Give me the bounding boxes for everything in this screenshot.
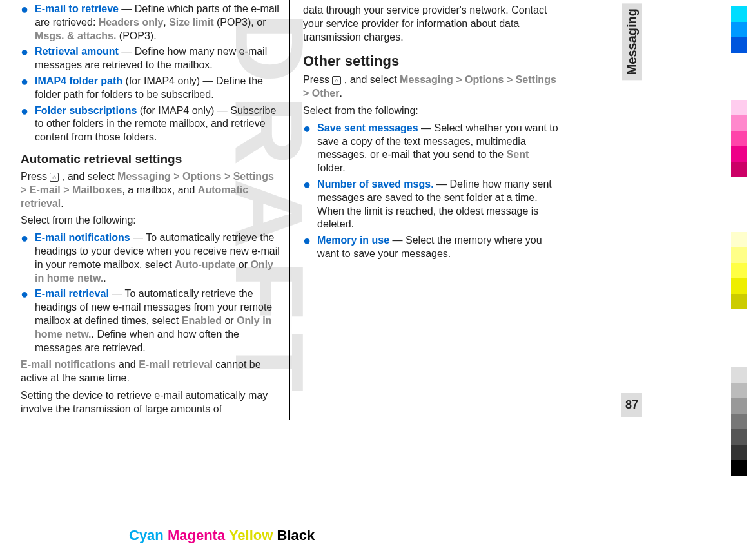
text: .	[61, 198, 63, 209]
bullet-item: ● Retrieval amount — Define how many new…	[21, 45, 282, 72]
chevron-right-icon: >	[21, 184, 26, 195]
chevron-right-icon: >	[173, 171, 179, 182]
bullet-dot-icon: ●	[303, 234, 311, 261]
bullet-dot-icon: ●	[21, 3, 28, 43]
chevron-right-icon: >	[63, 184, 69, 195]
keyword: Number of saved msgs.	[317, 179, 434, 189]
bullet-text: IMAP4 folder path (for IMAP4 only) — Def…	[35, 75, 282, 102]
separator: or	[222, 315, 237, 326]
chevron-right-icon: >	[224, 171, 230, 182]
body-text: E-mail notifications and E-mail retrieva…	[21, 358, 282, 385]
text: , and select	[59, 171, 117, 182]
option: Headers only	[99, 17, 163, 28]
keyword: E-mail to retrieve	[35, 3, 119, 14]
keyword: Save sent messages	[317, 122, 418, 133]
bullet-item: ● Memory in use — Select the memory wher…	[303, 234, 560, 261]
text: and	[116, 359, 139, 370]
color-swatch	[731, 445, 747, 460]
text: .	[103, 273, 106, 284]
footer-cmyk-labels: Cyan Magenta Yellow Black	[129, 527, 315, 544]
color-swatch	[731, 460, 747, 476]
text: , and select	[341, 74, 400, 85]
bullet-item: ● Folder subscriptions (for IMAP4 only) …	[21, 104, 282, 144]
bullet-dot-icon: ●	[21, 75, 28, 102]
option: Auto-update	[175, 259, 235, 270]
keyword: E-mail notifications	[35, 232, 130, 243]
nav-item: Messaging	[117, 171, 171, 182]
bullet-text: Retrieval amount — Define how many new e…	[35, 45, 282, 72]
text: Press	[21, 171, 50, 182]
body-text: data through your service provider's net…	[303, 4, 560, 44]
footer-yellow-label: Yellow	[229, 527, 273, 543]
nav-item: Other	[312, 88, 340, 99]
chevron-right-icon: >	[456, 74, 462, 85]
chevron-right-icon: >	[507, 74, 513, 85]
section-heading: Automatic retrieval settings	[21, 152, 282, 166]
bullet-text: E-mail to retrieve — Define which parts …	[35, 3, 282, 43]
footer-black-label: Black	[277, 527, 315, 543]
text: Press	[303, 74, 332, 85]
bullet-dot-icon: ●	[21, 287, 28, 354]
home-key-icon: ⌂	[332, 76, 341, 85]
nav-item: Settings	[233, 171, 274, 182]
option: Enabled	[182, 315, 222, 326]
bullet-item: ● E-mail notifications — To automaticall…	[21, 231, 282, 285]
nav-path: Press ⌂ , and select Messaging > Options…	[303, 73, 560, 101]
keyword: Retrieval amount	[35, 46, 119, 57]
separator: ,	[163, 17, 169, 28]
keyword: E-mail notifications	[21, 359, 116, 370]
right-column: data through your service provider's net…	[290, 0, 567, 420]
chevron-right-icon: >	[303, 88, 309, 99]
body-text: Select from the following:	[21, 214, 282, 227]
bullet-text: E-mail notifications — To automatically …	[35, 231, 282, 285]
bullet-item: ● Save sent messages — Select whether yo…	[303, 122, 560, 175]
color-swatch	[731, 429, 747, 445]
nav-item: Messaging	[400, 74, 453, 85]
bullet-text: Save sent messages — Select whether you …	[317, 122, 560, 175]
bullet-item: ● IMAP4 folder path (for IMAP4 only) — D…	[21, 75, 282, 102]
keyword: Folder subscriptions	[35, 105, 137, 116]
text: (POP3).	[116, 30, 156, 41]
bullet-dot-icon: ●	[21, 104, 28, 144]
home-key-icon: ⌂	[50, 173, 59, 182]
nav-item: Settings	[516, 74, 556, 85]
body-text: Setting the device to retrieve e-mail au…	[21, 389, 282, 416]
bullet-item: ● E-mail to retrieve — Define which part…	[21, 3, 282, 43]
bullet-text: Memory in use — Select the memory where …	[317, 234, 560, 261]
option: Sent	[507, 149, 529, 160]
footer-cyan-label: Cyan	[129, 527, 164, 543]
body-text: Select from the following:	[303, 104, 560, 118]
keyword: E-mail retrieval	[35, 288, 109, 299]
nav-item: Options	[182, 171, 221, 182]
option: Size limit	[169, 17, 213, 28]
nav-item: Mailboxes	[72, 184, 122, 195]
bullet-text: E-mail retrieval — To automatically retr…	[35, 287, 282, 354]
section-heading: Other settings	[303, 53, 560, 70]
nav-path: Press ⌂ , and select Messaging > Options…	[21, 170, 282, 210]
nav-item: Options	[465, 74, 504, 85]
keyword: E-mail retrieval	[139, 359, 213, 370]
bullet-text: Folder subscriptions (for IMAP4 only) — …	[35, 104, 282, 144]
separator: or	[235, 259, 250, 270]
page-container: ● E-mail to retrieve — Define which part…	[0, 0, 645, 420]
bullet-item: ● Number of saved msgs. — Define how man…	[303, 178, 560, 231]
bullet-dot-icon: ●	[303, 178, 311, 231]
bullet-dot-icon: ●	[303, 122, 311, 175]
nav-item: E-mail	[30, 184, 61, 195]
option: Msgs. & attachs.	[35, 30, 116, 41]
text: folder.	[317, 162, 346, 173]
bullet-dot-icon: ●	[21, 231, 28, 285]
text: , a mailbox, and	[122, 184, 197, 195]
bullet-item: ● E-mail retrieval — To automatically re…	[21, 287, 282, 354]
bullet-dot-icon: ●	[21, 45, 28, 72]
text: .	[339, 88, 342, 99]
bullet-text: Number of saved msgs. — Define how many …	[317, 178, 560, 231]
footer-magenta-label: Magenta	[168, 527, 225, 543]
keyword: Memory in use	[317, 235, 389, 246]
left-column: ● E-mail to retrieve — Define which part…	[13, 0, 290, 420]
keyword: IMAP4 folder path	[35, 75, 122, 86]
text: (POP3), or	[214, 17, 266, 28]
